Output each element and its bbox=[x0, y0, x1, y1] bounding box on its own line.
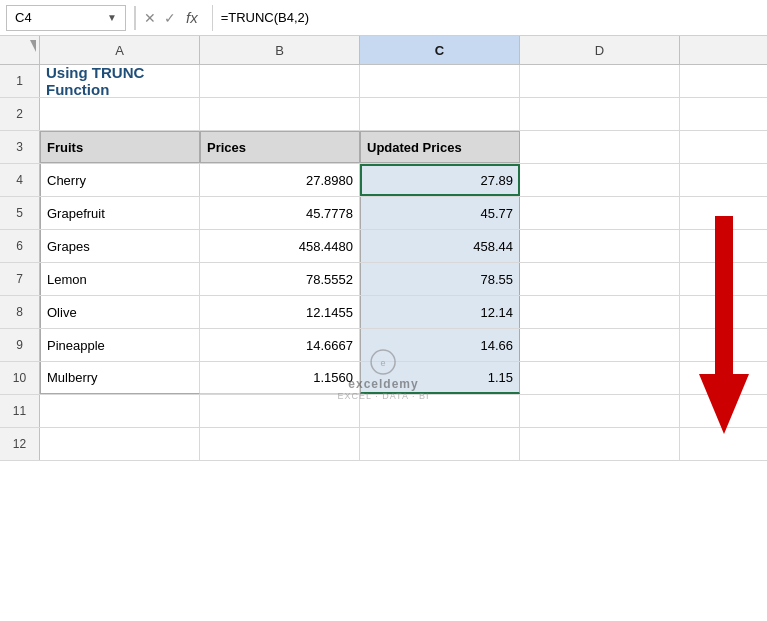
grid-row-4: 4 Cherry 27.8980 27.89 bbox=[0, 164, 767, 197]
svg-marker-0 bbox=[30, 40, 36, 52]
cell-d6[interactable] bbox=[520, 230, 680, 262]
watermark-tagline: EXCEL · DATA · BI bbox=[338, 391, 430, 401]
cell-name-label: C4 bbox=[15, 10, 32, 25]
svg-text:e: e bbox=[381, 358, 386, 368]
cell-a9[interactable]: Pineapple bbox=[40, 329, 200, 361]
cell-b6[interactable]: 458.4480 bbox=[200, 230, 360, 262]
cell-d3[interactable] bbox=[520, 131, 680, 163]
svg-marker-2 bbox=[699, 374, 749, 434]
cell-a4[interactable]: Cherry bbox=[40, 164, 200, 196]
row-num-11: 11 bbox=[0, 395, 40, 427]
cell-d1[interactable] bbox=[520, 65, 680, 97]
cell-a1[interactable]: Using TRUNC Function bbox=[40, 65, 200, 97]
corner-triangle-icon bbox=[0, 36, 40, 64]
cell-c4[interactable]: 27.89 bbox=[360, 164, 520, 196]
cell-a11[interactable] bbox=[40, 395, 200, 427]
cell-name-dropdown-icon[interactable]: ▼ bbox=[107, 12, 117, 23]
col-header-c[interactable]: C bbox=[360, 36, 520, 64]
grid-row-3: 3 Fruits Prices Updated Prices bbox=[0, 131, 767, 164]
formula-bar-divider bbox=[134, 6, 136, 30]
corner-cell bbox=[0, 36, 40, 64]
cell-b8[interactable]: 12.1455 bbox=[200, 296, 360, 328]
cancel-icon[interactable]: ✕ bbox=[144, 10, 156, 26]
cell-d11[interactable] bbox=[520, 395, 680, 427]
col-header-a[interactable]: A bbox=[40, 36, 200, 64]
cell-d4[interactable] bbox=[520, 164, 680, 196]
cell-b10[interactable]: 1.1560 bbox=[200, 362, 360, 394]
svg-rect-1 bbox=[715, 216, 733, 376]
cell-d7[interactable] bbox=[520, 263, 680, 295]
grid-row-5: 5 Grapefruit 45.7778 45.77 bbox=[0, 197, 767, 230]
cell-d10[interactable] bbox=[520, 362, 680, 394]
cell-b3[interactable]: Prices bbox=[200, 131, 360, 163]
watermark-brand: exceldemy bbox=[348, 377, 418, 391]
watermark: e exceldemy EXCEL · DATA · BI bbox=[338, 347, 430, 401]
cell-a12[interactable] bbox=[40, 428, 200, 460]
col-header-d[interactable]: D bbox=[520, 36, 680, 64]
row-num-5: 5 bbox=[0, 197, 40, 229]
row-num-4: 4 bbox=[0, 164, 40, 196]
cell-c6[interactable]: 458.44 bbox=[360, 230, 520, 262]
cell-a6[interactable]: Grapes bbox=[40, 230, 200, 262]
confirm-icon[interactable]: ✓ bbox=[164, 10, 176, 26]
cell-d2[interactable] bbox=[520, 98, 680, 130]
cell-a2[interactable] bbox=[40, 98, 200, 130]
cell-b9[interactable]: 14.6667 bbox=[200, 329, 360, 361]
cell-c7[interactable]: 78.55 bbox=[360, 263, 520, 295]
cell-a5[interactable]: Grapefruit bbox=[40, 197, 200, 229]
cell-a10[interactable]: Mulberry bbox=[40, 362, 200, 394]
cell-d5[interactable] bbox=[520, 197, 680, 229]
row-num-9: 9 bbox=[0, 329, 40, 361]
grid-row-2: 2 bbox=[0, 98, 767, 131]
cell-b4[interactable]: 27.8980 bbox=[200, 164, 360, 196]
spreadsheet-wrapper: A B C D 1 Using TRUNC Function 2 3 Fruit… bbox=[0, 36, 767, 461]
cell-d12[interactable] bbox=[520, 428, 680, 460]
grid-row-12: 12 bbox=[0, 428, 767, 461]
red-down-arrow-icon bbox=[699, 216, 749, 436]
formula-input[interactable] bbox=[221, 5, 761, 31]
row-num-7: 7 bbox=[0, 263, 40, 295]
row-num-8: 8 bbox=[0, 296, 40, 328]
grid-row-1: 1 Using TRUNC Function bbox=[0, 65, 767, 98]
cell-c5[interactable]: 45.77 bbox=[360, 197, 520, 229]
cell-name-box[interactable]: C4 ▼ bbox=[6, 5, 126, 31]
row-num-6: 6 bbox=[0, 230, 40, 262]
cell-c8[interactable]: 12.14 bbox=[360, 296, 520, 328]
row-num-3: 3 bbox=[0, 131, 40, 163]
row-num-12: 12 bbox=[0, 428, 40, 460]
grid-row-8: 8 Olive 12.1455 12.14 bbox=[0, 296, 767, 329]
row-num-2: 2 bbox=[0, 98, 40, 130]
watermark-logo-icon: e bbox=[368, 347, 398, 377]
row-num-1: 1 bbox=[0, 65, 40, 97]
grid-row-7: 7 Lemon 78.5552 78.55 bbox=[0, 263, 767, 296]
cell-b1[interactable] bbox=[200, 65, 360, 97]
fx-divider bbox=[212, 5, 213, 31]
grid-row-6: 6 Grapes 458.4480 458.44 bbox=[0, 230, 767, 263]
cell-b2[interactable] bbox=[200, 98, 360, 130]
cell-b5[interactable]: 45.7778 bbox=[200, 197, 360, 229]
cell-d9[interactable] bbox=[520, 329, 680, 361]
cell-a3[interactable]: Fruits bbox=[40, 131, 200, 163]
cell-b7[interactable]: 78.5552 bbox=[200, 263, 360, 295]
row-num-10: 10 bbox=[0, 362, 40, 394]
cell-c3[interactable]: Updated Prices bbox=[360, 131, 520, 163]
column-headers: A B C D bbox=[0, 36, 767, 65]
formula-bar: C4 ▼ ✕ ✓ fx bbox=[0, 0, 767, 36]
cell-b11[interactable] bbox=[200, 395, 360, 427]
cell-c12[interactable] bbox=[360, 428, 520, 460]
cell-d8[interactable] bbox=[520, 296, 680, 328]
cell-b12[interactable] bbox=[200, 428, 360, 460]
cell-c1[interactable] bbox=[360, 65, 520, 97]
red-arrow-container bbox=[699, 216, 749, 439]
cell-a8[interactable]: Olive bbox=[40, 296, 200, 328]
fx-label: fx bbox=[186, 9, 198, 26]
col-header-b[interactable]: B bbox=[200, 36, 360, 64]
cell-c2[interactable] bbox=[360, 98, 520, 130]
formula-icons: ✕ ✓ bbox=[144, 10, 176, 26]
cell-a7[interactable]: Lemon bbox=[40, 263, 200, 295]
